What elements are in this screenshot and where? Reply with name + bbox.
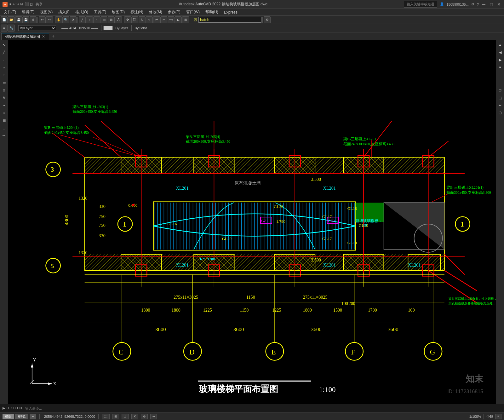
tb-undo[interactable]: ↩: [39, 16, 46, 23]
tb-orbit[interactable]: ⟳: [70, 16, 77, 23]
lt-polyline[interactable]: ⌐: [1, 56, 8, 63]
rt-pan-up[interactable]: ▲: [497, 41, 504, 48]
customize-button[interactable]: ≡: [495, 414, 501, 419]
rt-zoom-fit[interactable]: ⊡: [497, 87, 504, 94]
lt-layer2[interactable]: ▤: [1, 117, 8, 124]
rt-pan-left[interactable]: ◀: [497, 49, 504, 56]
search-box[interactable]: 输入关键字或短语: [404, 1, 437, 8]
tb-move[interactable]: ✥: [124, 16, 131, 23]
rt-pan-right[interactable]: ▶: [497, 56, 504, 63]
menu-window[interactable]: 窗口(W): [184, 9, 202, 15]
tb-saveas[interactable]: 💾: [22, 16, 29, 23]
svg-text:3600: 3600: [233, 326, 244, 332]
rt-zoom-window[interactable]: ⬚: [497, 94, 504, 101]
rt-zoom-in[interactable]: +: [497, 72, 504, 78]
tab-add-button[interactable]: +: [50, 33, 57, 40]
coordinates-display: -20584.4942, 92668.7322, 0.0000: [43, 415, 95, 418]
tb-workspace[interactable]: ⚙: [264, 16, 271, 23]
grid-button[interactable]: ⊞: [112, 414, 119, 419]
menu-draw[interactable]: 绘图(D): [109, 9, 127, 15]
settings-icon[interactable]: ⚙: [471, 2, 474, 6]
tab-close-drawing[interactable]: ✕: [42, 34, 45, 39]
ortho-button[interactable]: ⊥: [122, 414, 129, 419]
menu-tools[interactable]: 工具(T): [91, 9, 109, 15]
tb-copy[interactable]: ⿻: [131, 16, 138, 23]
left-toolbar: ↖ ╱ ⌐ ○ ◜ ▭ ⊞ A ↔ ⊕ ▤ ⊟ ✏: [0, 40, 8, 404]
tb-array[interactable]: ⊞: [182, 16, 189, 23]
tb-open[interactable]: 📂: [8, 16, 15, 23]
menu-format[interactable]: 格式(O): [73, 9, 91, 15]
tb-redo[interactable]: ↪: [46, 16, 53, 23]
menu-param[interactable]: 参数(P): [165, 9, 183, 15]
rt-zoom-prev[interactable]: ↩: [497, 102, 504, 109]
osnap-button[interactable]: ⊙: [141, 414, 148, 419]
tb-arc[interactable]: ◜: [93, 16, 100, 23]
restore-button[interactable]: □: [489, 2, 494, 7]
tb-rotate[interactable]: ↻: [139, 16, 146, 23]
lt-circle2[interactable]: ○: [1, 64, 8, 71]
color-swatch-bylayer[interactable]: [103, 26, 113, 30]
menu-help[interactable]: 帮助(H): [203, 9, 221, 15]
menu-file[interactable]: 文件(F): [1, 9, 19, 15]
tb-extend[interactable]: ⟶: [168, 16, 175, 23]
svg-text:截面200x450,支座标高3.450: 截面200x450,支座标高3.450: [72, 109, 117, 114]
lt-select[interactable]: ↖: [1, 41, 8, 48]
svg-text:Y: Y: [33, 357, 36, 362]
tb-scale[interactable]: ⤡: [146, 16, 153, 23]
lt-properties[interactable]: ⊟: [1, 124, 8, 131]
lt-rect2[interactable]: ▭: [1, 79, 8, 86]
menu-edit[interactable]: 编辑(E): [19, 9, 37, 15]
tb-offset[interactable]: ⊏: [175, 16, 182, 23]
lt-hatch2[interactable]: ⊞: [1, 87, 8, 94]
polar-button[interactable]: ⟲: [131, 414, 138, 419]
tb-save[interactable]: 💾: [15, 16, 22, 23]
help-icon[interactable]: ?: [477, 3, 479, 6]
menu-view[interactable]: 视图(V): [37, 9, 55, 15]
tb-trim[interactable]: ✂: [160, 16, 167, 23]
rt-pan-down[interactable]: ▼: [497, 64, 504, 71]
status-bar: 模型 布局1 + -20584.4942, 92668.7322, 0.0000…: [0, 412, 504, 420]
tb-new[interactable]: 📄: [1, 16, 8, 23]
lt-dim[interactable]: ↔: [1, 102, 8, 109]
cmd-input[interactable]: [25, 406, 501, 411]
menu-insert[interactable]: 插入(I): [56, 9, 72, 15]
menu-dim[interactable]: 标注(N): [128, 9, 146, 15]
tb-layer-mgr[interactable]: ≡: [1, 25, 8, 32]
lt-text2[interactable]: A: [1, 94, 8, 101]
tb-hatch[interactable]: ⊞: [108, 16, 115, 23]
tb-layer-props[interactable]: 🔧: [8, 25, 15, 32]
svg-text:梁B-三层磁上XL201(1): 梁B-三层磁上XL201(1): [446, 185, 484, 190]
model-tab[interactable]: 模型: [3, 414, 14, 419]
svg-text:1800: 1800: [172, 308, 180, 313]
tb-mirror[interactable]: ⇌: [153, 16, 160, 23]
toolbar-area: 📄 📂 💾 💾 🖨 ↩ ↪ ✋ 🔍 ⟳ ╱ ○ ◜ ▭ ⊞ A ✥ ⿻ ↻ ⤡ …: [0, 16, 504, 32]
tb-print[interactable]: 🖨: [30, 16, 37, 23]
snap-button[interactable]: ::::: [102, 414, 110, 419]
model-tabs: 模型 布局1 +: [3, 414, 36, 419]
close-button[interactable]: ✕: [496, 2, 501, 7]
lt-line2[interactable]: ╱: [1, 49, 8, 56]
svg-text:GL18: GL18: [347, 206, 357, 211]
menu-express[interactable]: Express: [221, 9, 240, 15]
tb-circle[interactable]: ○: [86, 16, 93, 23]
rt-zoom-out[interactable]: -: [497, 79, 504, 86]
tb-rect[interactable]: ▭: [100, 16, 107, 23]
tb-text[interactable]: A: [115, 16, 122, 23]
menu-modify[interactable]: 修改(M): [146, 9, 165, 15]
lt-insert[interactable]: ⊕: [1, 109, 8, 116]
layer-dropdown[interactable]: ByLayer: [18, 25, 56, 31]
hatch-input[interactable]: [198, 17, 261, 23]
lt-arc2[interactable]: ◜: [1, 72, 8, 78]
minimize-button[interactable]: ─: [481, 2, 486, 7]
rt-nav-cube[interactable]: ⬡: [497, 109, 504, 116]
layout1-tab[interactable]: 布局1: [15, 414, 28, 419]
svg-rect-16: [162, 157, 194, 173]
tb-line[interactable]: ╱: [79, 16, 86, 23]
tab-drawing[interactable]: 钢结构玻璃楼板加层图 ✕: [1, 33, 49, 40]
lt-match[interactable]: ✏: [1, 132, 8, 139]
otrack-button[interactable]: ∞: [150, 414, 157, 419]
tb-pan[interactable]: ✋: [55, 16, 62, 23]
layout-add[interactable]: +: [30, 414, 37, 419]
tb-zoom[interactable]: 🔍: [62, 16, 69, 23]
canvas-area[interactable]: 知末网 www.znzmo.com 知末网 www.znzmo.com 知末网 …: [8, 40, 496, 404]
